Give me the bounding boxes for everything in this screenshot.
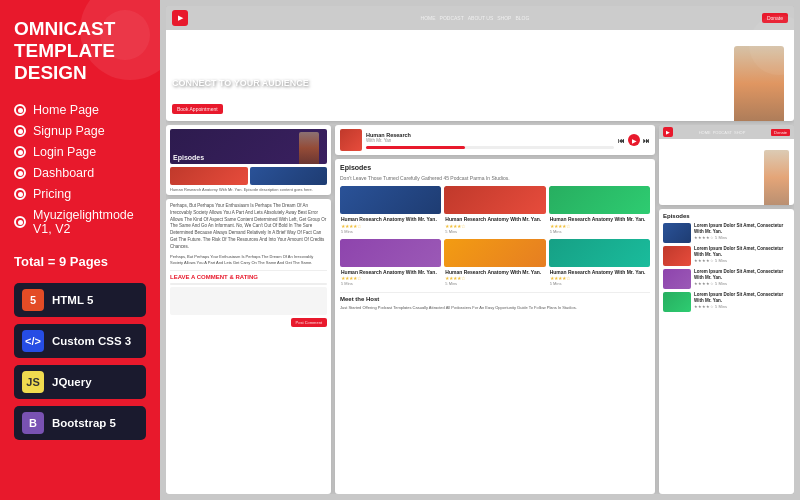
hero-nav: HOME PODCAST ABOUT US SHOP BLOG Donate bbox=[166, 6, 794, 30]
total-label: Total = 9 Pages bbox=[14, 254, 146, 269]
blog-card: Perhaps, But Perhaps Your Enthusiasm Is … bbox=[166, 199, 331, 494]
main-preview-area: HOME PODCAST ABOUT US SHOP BLOG Donate C… bbox=[166, 6, 794, 494]
audio-next-btn[interactable]: ⏭ bbox=[643, 137, 650, 144]
ep-thumb-1 bbox=[340, 186, 441, 214]
audio-info: Human Research With Mr. Yan bbox=[366, 132, 614, 149]
nav-shop: SHOP bbox=[497, 15, 511, 21]
nav-about: ABOUT US bbox=[468, 15, 493, 21]
tech-badge-label: HTML 5 bbox=[52, 294, 93, 306]
mini-ep-desc: Human Research Anatomy With Mr. Yan. Epi… bbox=[170, 187, 327, 193]
ep-thumb-6 bbox=[549, 239, 650, 267]
nav-dot-icon bbox=[14, 216, 26, 228]
host-text: Just Started Offering Podcast Templates … bbox=[340, 305, 650, 311]
comment-section: LEAVE A COMMENT & RATING Post Comment bbox=[170, 270, 327, 327]
ep-info-4: Human Research Anatomy With Mr. Yan. ★★★… bbox=[340, 267, 441, 289]
bottom-mid-col: Human Research With Mr. Yan ⏮ ▶ ⏭ Episod bbox=[335, 125, 655, 494]
narrow-episodes-card: Episodes Lorem Ipsum Dolor Sit Amet, Con… bbox=[659, 209, 794, 494]
nav-dot-icon bbox=[14, 104, 26, 116]
left-panel: OMNICAST TEMPLATE DESIGN Home PageSignup… bbox=[0, 0, 160, 500]
narrow-ep-thumb-1 bbox=[663, 223, 691, 243]
narrow-ep-info-2: Lorem Ipsum Dolor Sit Amet, Consectetur … bbox=[694, 246, 790, 263]
ep-title-1: Human Research Anatomy With Mr. Yan. bbox=[341, 216, 440, 223]
narrow-hero-headline: CONNECT TO YOURAUDIENCE bbox=[664, 178, 732, 195]
narrow-ep-item-4: Lorem Ipsum Dolor Sit Amet, Consectetur … bbox=[663, 292, 790, 312]
nav-list: Home PageSignup PageLogin PageDashboardP… bbox=[14, 100, 146, 240]
nav-item[interactable]: Signup Page bbox=[14, 121, 146, 142]
nav-dot-icon bbox=[14, 146, 26, 158]
js-icon: JS bbox=[22, 371, 44, 393]
episodes-title: Episodes bbox=[340, 164, 650, 171]
audio-progress-bar[interactable] bbox=[366, 146, 614, 149]
episode-item-2: Human Research Anatomy With Mr. Yan. ★★★… bbox=[444, 186, 545, 236]
narrow-hero-text: CONNECT TO YOURAUDIENCE Attracting new l… bbox=[664, 178, 732, 200]
narrow-ep-label-1: Lorem Ipsum Dolor Sit Amet, Consectetur … bbox=[694, 223, 790, 235]
tech-badge-js[interactable]: JSJQuery bbox=[14, 365, 146, 399]
narrow-ep-title: Episodes bbox=[663, 213, 790, 219]
episodes-subtitle: Don't Leave Those Turned Carefully Gathe… bbox=[340, 175, 650, 181]
nav-item-label: Home Page bbox=[33, 103, 99, 117]
ep-info-1: Human Research Anatomy With Mr. Yan. ★★★… bbox=[340, 214, 441, 236]
narrow-ep-info-4: Lorem Ipsum Dolor Sit Amet, Consectetur … bbox=[694, 292, 790, 309]
nav-item-label: Login Page bbox=[33, 145, 96, 159]
nav-item[interactable]: Pricing bbox=[14, 184, 146, 205]
nav-item[interactable]: Myuzigelightmode V1, V2 bbox=[14, 205, 146, 240]
narrow-nav-links: HOME PODCAST SHOP bbox=[699, 130, 746, 135]
mini-ep-row bbox=[170, 167, 327, 185]
tech-badge-label: JQuery bbox=[52, 376, 92, 388]
comment-input-box[interactable] bbox=[170, 287, 327, 315]
tech-badges: 5HTML 5</>Custom CSS 3JSJQueryBBootstrap… bbox=[14, 283, 146, 440]
episode-item-4: Human Research Anatomy With Mr. Yan. ★★★… bbox=[340, 239, 441, 289]
bs-icon: B bbox=[22, 412, 44, 434]
comment-submit-btn[interactable]: Post Comment bbox=[291, 318, 327, 327]
episodes-grid: Human Research Anatomy With Mr. Yan. ★★★… bbox=[340, 186, 650, 288]
nav-item[interactable]: Dashboard bbox=[14, 163, 146, 184]
nav-item[interactable]: Login Page bbox=[14, 142, 146, 163]
preview-bottom-row: Episodes Human Research Anatomy With Mr.… bbox=[166, 125, 794, 494]
narrow-hero-nav: ▶ HOME PODCAST SHOP Donate bbox=[659, 125, 794, 139]
narrow-ep-meta-4: ★★★★☆ 5 Mins bbox=[694, 304, 790, 309]
nav-item-label: Dashboard bbox=[33, 166, 94, 180]
narrow-donate-btn[interactable]: Donate bbox=[771, 129, 790, 136]
preview-top-row: HOME PODCAST ABOUT US SHOP BLOG Donate C… bbox=[166, 6, 794, 121]
css-icon: </> bbox=[22, 330, 44, 352]
audio-prev-btn[interactable]: ⏮ bbox=[618, 137, 625, 144]
ep-info-6: Human Research Anatomy With Mr. Yan. ★★★… bbox=[549, 267, 650, 289]
blog-paragraph-1: Perhaps, But Perhaps Your Enthusiasm Is … bbox=[170, 203, 327, 250]
bottom-left-col: Episodes Human Research Anatomy With Mr.… bbox=[166, 125, 331, 494]
tech-badge-bs[interactable]: BBootstrap 5 bbox=[14, 406, 146, 440]
ep-meta-4: 5 Mins bbox=[341, 281, 440, 286]
ep-title-2: Human Research Anatomy With Mr. Yan. bbox=[445, 216, 544, 223]
ep-meta-2: 5 Mins bbox=[445, 229, 544, 234]
nav-blog: BLOG bbox=[515, 15, 529, 21]
audio-player-card: Human Research With Mr. Yan ⏮ ▶ ⏭ bbox=[335, 125, 655, 155]
nav-item[interactable]: Home Page bbox=[14, 100, 146, 121]
mini-hero-episodes-label: Episodes bbox=[173, 154, 204, 161]
hero-headline: CONNECT TO YOUR AUDIENCE bbox=[172, 78, 395, 89]
episode-item-3: Human Research Anatomy With Mr. Yan. ★★★… bbox=[549, 186, 650, 236]
mini-episode-card: Episodes Human Research Anatomy With Mr.… bbox=[166, 125, 331, 195]
narrow-ep-info-1: Lorem Ipsum Dolor Sit Amet, Consectetur … bbox=[694, 223, 790, 240]
narrow-hero-person bbox=[764, 150, 789, 205]
ep-meta-1: 5 Mins bbox=[341, 229, 440, 234]
tech-badge-html[interactable]: 5HTML 5 bbox=[14, 283, 146, 317]
host-section: Meet the Host Just Started Offering Podc… bbox=[340, 292, 650, 311]
html-icon: 5 bbox=[22, 289, 44, 311]
ep-meta-6: 5 Mins bbox=[550, 281, 649, 286]
hero-nav-links: HOME PODCAST ABOUT US SHOP BLOG bbox=[421, 15, 530, 21]
audio-play-btn[interactable]: ▶ bbox=[628, 134, 640, 146]
ep-thumb-2 bbox=[444, 186, 545, 214]
hero-subtext: Attracting with your audience creating n… bbox=[172, 91, 395, 97]
narrow-ep-label-4: Lorem Ipsum Dolor Sit Amet, Consectetur … bbox=[694, 292, 790, 304]
narrow-logo-icon: ▶ bbox=[663, 127, 673, 137]
nav-dot-icon bbox=[14, 167, 26, 179]
hero-cta-btn[interactable]: Book Appointment bbox=[172, 104, 223, 114]
narrow-ep-item-3: Lorem Ipsum Dolor Sit Amet, Consectetur … bbox=[663, 269, 790, 289]
narrow-ep-meta-3: ★★★★☆ 5 Mins bbox=[694, 281, 790, 286]
audio-artist: With Mr. Yan bbox=[366, 138, 614, 143]
ep-thumb-4 bbox=[340, 239, 441, 267]
ep-info-2: Human Research Anatomy With Mr. Yan. ★★★… bbox=[444, 214, 545, 236]
comment-title: LEAVE A COMMENT & RATING bbox=[170, 274, 327, 280]
tech-badge-css[interactable]: </>Custom CSS 3 bbox=[14, 324, 146, 358]
narrow-ep-thumb-3 bbox=[663, 269, 691, 289]
narrow-ep-meta-2: ★★★★☆ 5 Mins bbox=[694, 258, 790, 263]
